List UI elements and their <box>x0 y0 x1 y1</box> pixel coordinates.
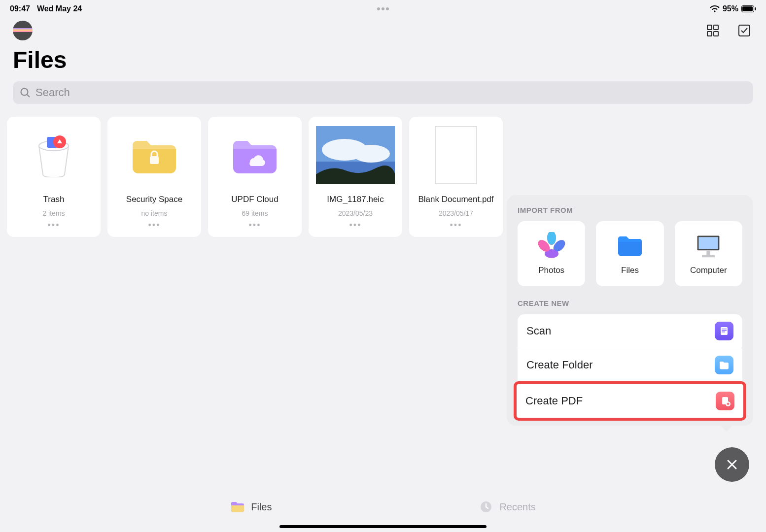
import-label: Files <box>621 266 639 275</box>
folder-lock-icon <box>115 126 194 185</box>
photos-icon <box>538 232 565 260</box>
svg-rect-13 <box>150 156 159 164</box>
wifi-icon <box>710 5 720 13</box>
card-title: Security Space <box>126 195 182 204</box>
svg-rect-3 <box>707 25 712 30</box>
file-card-blank[interactable]: Blank Document.pdf 2023/05/17 ••• <box>409 117 503 237</box>
nav-label: Files <box>251 501 272 513</box>
status-time: 09:47 <box>10 4 30 13</box>
create-item-label: Create Folder <box>526 359 593 371</box>
create-item-label: Scan <box>526 325 551 337</box>
add-panel: IMPORT FROM Photos <box>507 195 753 426</box>
create-pdf-highlight: Create PDF <box>514 381 746 421</box>
status-date: Wed May 24 <box>37 4 82 13</box>
select-mode-icon[interactable] <box>737 24 751 37</box>
create-folder-icon <box>715 356 733 374</box>
home-indicator[interactable] <box>279 525 487 528</box>
search-input[interactable] <box>35 86 746 99</box>
import-photos[interactable]: Photos <box>518 221 585 286</box>
import-files[interactable]: Files <box>596 221 663 286</box>
card-sub: 2023/05/23 <box>338 209 373 217</box>
create-list: Scan Create Folder Create PDF <box>518 314 742 421</box>
image-thumbnail <box>316 126 395 185</box>
search-wrap[interactable] <box>13 81 753 104</box>
svg-rect-18 <box>435 127 477 184</box>
svg-rect-4 <box>714 25 718 30</box>
trash-icon <box>14 126 93 185</box>
svg-rect-33 <box>722 330 727 331</box>
nav-label: Recents <box>499 501 535 513</box>
blank-doc-icon <box>417 126 495 185</box>
card-more-icon[interactable]: ••• <box>144 220 164 231</box>
import-label: Computer <box>690 266 727 275</box>
svg-rect-30 <box>702 255 715 258</box>
close-button[interactable] <box>715 447 749 482</box>
create-item-label: Create PDF <box>525 395 583 407</box>
nav-files[interactable]: Files <box>230 499 272 514</box>
file-card-cloud[interactable]: UPDF Cloud 69 items ••• <box>208 117 302 237</box>
svg-rect-34 <box>722 332 725 332</box>
create-new-label: CREATE NEW <box>518 299 742 307</box>
card-more-icon[interactable]: ••• <box>446 220 466 231</box>
svg-rect-7 <box>739 25 750 36</box>
card-sub: 69 items <box>242 209 268 217</box>
file-card-image[interactable]: IMG_1187.heic 2023/05/23 ••• <box>309 117 402 237</box>
computer-icon <box>695 232 722 260</box>
folder-cloud-icon <box>215 126 294 185</box>
svg-point-23 <box>547 232 556 245</box>
svg-point-17 <box>352 145 390 163</box>
import-from-label: IMPORT FROM <box>518 206 742 214</box>
card-title: UPDF Cloud <box>231 195 278 204</box>
view-grid-icon[interactable] <box>706 24 720 37</box>
svg-rect-32 <box>722 329 727 330</box>
nav-files-icon <box>230 499 245 514</box>
import-computer[interactable]: Computer <box>675 221 742 286</box>
multitasking-dots[interactable] <box>377 7 389 10</box>
card-title: IMG_1187.heic <box>327 195 383 204</box>
card-more-icon[interactable]: ••• <box>245 220 265 231</box>
create-folder[interactable]: Create Folder <box>518 348 742 381</box>
close-icon <box>726 458 738 471</box>
avatar[interactable] <box>13 21 33 40</box>
card-title: Trash <box>43 195 65 204</box>
svg-rect-1 <box>742 6 753 11</box>
import-label: Photos <box>538 266 564 275</box>
svg-rect-5 <box>707 32 712 36</box>
status-right: 95% <box>710 4 756 13</box>
files-icon <box>616 232 644 260</box>
nav-recents-icon <box>479 499 493 514</box>
card-sub: no items <box>141 209 168 217</box>
create-pdf[interactable]: Create PDF <box>517 384 743 418</box>
card-more-icon[interactable]: ••• <box>346 220 365 231</box>
file-card-trash[interactable]: Trash 2 items ••• <box>7 117 101 237</box>
battery-pct: 95% <box>723 4 738 13</box>
create-pdf-icon <box>716 392 734 410</box>
card-sub: 2 items <box>42 209 65 217</box>
scan-icon <box>715 322 733 340</box>
svg-point-8 <box>21 89 28 96</box>
nav-recents[interactable]: Recents <box>479 499 535 514</box>
svg-rect-29 <box>707 250 710 255</box>
search-icon <box>20 87 31 98</box>
battery-icon <box>741 5 756 12</box>
page-title: Files <box>0 42 766 81</box>
status-bar: 09:47 Wed May 24 95% <box>0 0 766 15</box>
create-scan[interactable]: Scan <box>518 314 742 348</box>
svg-rect-28 <box>699 237 718 249</box>
card-more-icon[interactable]: ••• <box>44 220 64 231</box>
file-card-security[interactable]: Security Space no items ••• <box>107 117 201 237</box>
svg-rect-6 <box>714 32 718 36</box>
card-title: Blank Document.pdf <box>418 195 493 204</box>
svg-rect-31 <box>721 327 728 335</box>
bottom-nav: Files Recents <box>0 499 766 514</box>
svg-rect-2 <box>755 7 756 10</box>
card-sub: 2023/05/17 <box>439 209 473 217</box>
